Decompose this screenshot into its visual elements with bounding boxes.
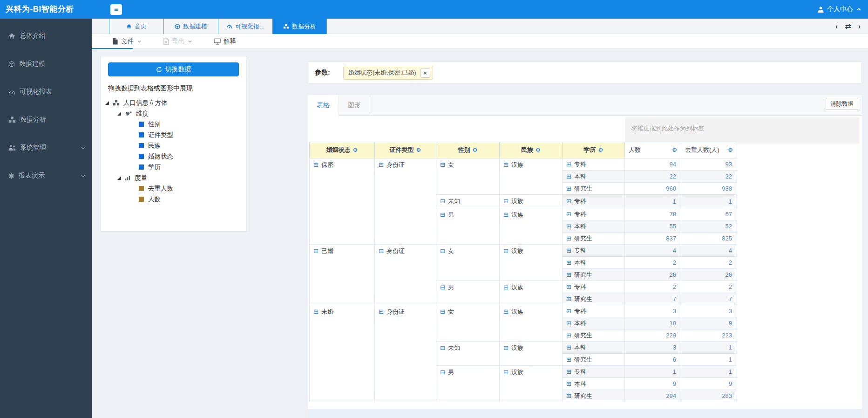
expand-plus-icon[interactable]: ⊞ (566, 380, 571, 387)
sidebar-item-system-management[interactable]: 系统管理 (0, 134, 92, 162)
expand-plus-icon[interactable]: ⊞ (566, 308, 571, 315)
sidebar: 总体介绍 数据建模 可视化报表 数据分析 系统管理 报表演示 (0, 19, 92, 418)
collapse-minus-icon[interactable]: ⊟ (503, 284, 509, 291)
expand-plus-icon[interactable]: ⊞ (566, 173, 571, 180)
tree-node-7[interactable]: 度量 (101, 172, 246, 183)
file-menu-button[interactable]: 文件 (112, 37, 142, 46)
collapse-minus-icon[interactable]: ⊟ (503, 308, 509, 315)
collapse-minus-icon[interactable]: ⊟ (440, 369, 445, 376)
swap-tabs-icon[interactable]: ⇄ (845, 22, 851, 31)
table-scroll-track[interactable] (308, 409, 862, 418)
switch-data-label: 切换数据 (165, 65, 191, 74)
clear-data-button[interactable]: 清除数据 (826, 98, 858, 110)
column-header: 证件类型⚙ (375, 142, 436, 158)
collapse-minus-icon[interactable]: ⊟ (503, 247, 509, 254)
expand-plus-icon[interactable]: ⊞ (566, 271, 571, 278)
expand-plus-icon[interactable]: ⊞ (566, 161, 571, 168)
count-cell: 9 (625, 378, 681, 390)
collapse-minus-icon[interactable]: ⊟ (313, 247, 319, 254)
tab-data-analysis[interactable]: 数据分析 (272, 19, 327, 34)
tab-table-view[interactable]: 表格 (308, 95, 339, 116)
expand-plus-icon[interactable]: ⊞ (566, 356, 571, 363)
tree-node-label: 证件类型 (148, 131, 173, 139)
switch-data-button[interactable]: 切换数据 (108, 62, 239, 76)
explain-button[interactable]: 解释 (214, 37, 236, 46)
sidebar-item-data-analysis[interactable]: 数据分析 (0, 106, 92, 134)
tree-node-3[interactable]: 证件类型 (101, 130, 246, 140)
expand-plus-icon[interactable]: ⊞ (566, 320, 571, 327)
parameter-tag[interactable]: 婚姻状态(未婚,保密,已婚) × (343, 66, 433, 80)
count-cell: 78 (625, 208, 681, 220)
collapse-minus-icon[interactable]: ⊟ (440, 308, 445, 315)
expand-plus-icon[interactable]: ⊞ (566, 235, 571, 242)
expand-plus-icon[interactable]: ⊞ (566, 185, 571, 192)
education-cell: ⊞研究生 (563, 293, 625, 305)
tab-label: 数据建模 (183, 22, 207, 31)
collapse-minus-icon[interactable]: ⊟ (379, 161, 384, 168)
sidebar-item-report-demo[interactable]: 报表演示 (0, 162, 92, 190)
tab-visual-reports[interactable]: 可视化报... (218, 19, 272, 34)
expander-icon[interactable] (117, 112, 121, 116)
gear-icon[interactable]: ⚙ (536, 147, 541, 153)
tree-node-9[interactable]: 人数 (101, 194, 246, 205)
expand-plus-icon[interactable]: ⊞ (566, 332, 571, 339)
sidebar-item-data-modeling[interactable]: 数据建模 (0, 50, 92, 78)
expand-plus-icon[interactable]: ⊞ (566, 211, 571, 218)
collapse-minus-icon[interactable]: ⊟ (503, 211, 509, 218)
tree-node-2[interactable]: 性别 (101, 119, 246, 130)
collapse-minus-icon[interactable]: ⊟ (313, 161, 319, 168)
gender-cell: ⊟未知 (436, 195, 500, 208)
gear-icon[interactable]: ⚙ (473, 147, 478, 153)
tree-node-6[interactable]: 学历 (101, 162, 246, 172)
collapse-minus-icon[interactable]: ⊟ (503, 161, 509, 168)
marital-status-cell: ⊟已婚 (310, 245, 375, 305)
tree-node-8[interactable]: 去重人数 (101, 183, 246, 194)
collapse-minus-icon[interactable]: ⊟ (313, 308, 319, 315)
export-menu-button[interactable]: 导出 (163, 37, 192, 46)
expand-plus-icon[interactable]: ⊞ (566, 295, 571, 302)
tab-data-modeling[interactable]: 数据建模 (163, 19, 218, 34)
collapse-minus-icon[interactable]: ⊟ (440, 247, 445, 254)
collapse-minus-icon[interactable]: ⊟ (503, 198, 509, 205)
prev-tab-icon[interactable]: ‹ (835, 22, 838, 31)
collapse-minus-icon[interactable]: ⊟ (503, 369, 509, 376)
next-tab-icon[interactable]: › (858, 22, 861, 31)
expand-plus-icon[interactable]: ⊞ (566, 223, 571, 230)
gear-icon[interactable]: ⚙ (353, 147, 358, 153)
hamburger-icon[interactable]: ≡ (110, 4, 122, 15)
expand-plus-icon[interactable]: ⊞ (566, 198, 571, 205)
user-center-button[interactable]: 个人中心 (817, 0, 861, 19)
tab-home[interactable]: 首页 (109, 19, 163, 34)
distinct-count-cell: 22 (681, 171, 737, 183)
expander-icon[interactable] (105, 101, 109, 105)
tree-node-5[interactable]: 婚姻状态 (101, 151, 246, 162)
collapse-minus-icon[interactable]: ⊟ (379, 247, 384, 254)
expand-plus-icon[interactable]: ⊞ (566, 392, 571, 399)
gear-icon[interactable]: ⚙ (598, 147, 604, 153)
expand-plus-icon[interactable]: ⊞ (566, 259, 571, 266)
expand-plus-icon[interactable]: ⊞ (566, 344, 571, 351)
close-icon[interactable]: × (420, 68, 430, 78)
column-label-dropzone[interactable]: 将维度拖到此处作为列标签 (625, 117, 859, 144)
chevron-down-icon (137, 39, 142, 44)
gear-icon[interactable]: ⚙ (728, 147, 733, 153)
collapse-minus-icon[interactable]: ⊟ (440, 198, 445, 205)
expand-plus-icon[interactable]: ⊞ (566, 368, 571, 375)
collapse-minus-icon[interactable]: ⊟ (440, 344, 445, 351)
tab-chart-view[interactable]: 图形 (339, 95, 370, 116)
collapse-minus-icon[interactable]: ⊟ (379, 308, 384, 315)
tree-node-4[interactable]: 民族 (101, 140, 246, 151)
sidebar-item-visual-reports[interactable]: 可视化报表 (0, 78, 92, 106)
expand-plus-icon[interactable]: ⊞ (566, 283, 571, 290)
collapse-minus-icon[interactable]: ⊟ (440, 161, 445, 168)
collapse-minus-icon[interactable]: ⊟ (503, 344, 509, 351)
gear-icon[interactable]: ⚙ (416, 147, 421, 153)
tree-node-0[interactable]: 人口信息立方体 (101, 97, 246, 108)
collapse-minus-icon[interactable]: ⊟ (440, 211, 445, 218)
gear-icon[interactable]: ⚙ (672, 147, 677, 153)
expander-icon[interactable] (117, 176, 121, 180)
collapse-minus-icon[interactable]: ⊟ (440, 284, 445, 291)
tree-node-1[interactable]: 维度 (101, 108, 246, 119)
sidebar-item-overview[interactable]: 总体介绍 (0, 22, 92, 50)
expand-plus-icon[interactable]: ⊞ (566, 247, 571, 254)
